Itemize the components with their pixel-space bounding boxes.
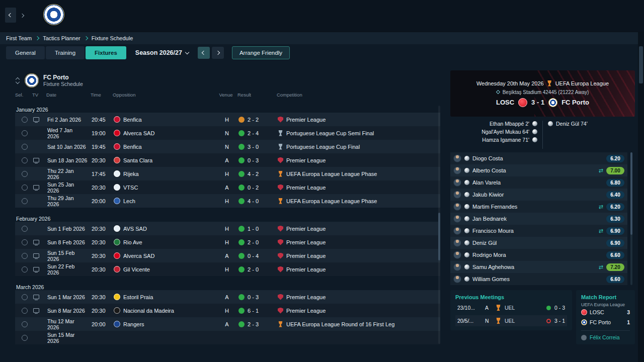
breadcrumb-separator-icon <box>84 36 88 40</box>
breadcrumb-item-first-team[interactable]: First Team <box>6 35 32 41</box>
breadcrumb-item-tactics-planner[interactable]: Tactics Planner <box>43 35 80 41</box>
breadcrumb-item-fixture-schedule[interactable]: Fixture Schedule <box>92 35 133 41</box>
select-fixture-radio[interactable] <box>22 294 28 300</box>
select-fixture-radio[interactable] <box>22 239 28 245</box>
fixture-row[interactable]: Sun 25 Jan 202620:30VTSCA0 - 2Premier Le… <box>15 180 440 194</box>
away-scorers: Deniz Gül 74' <box>543 121 635 149</box>
player-rating-row[interactable]: Diogo Costa6.20 <box>450 152 627 164</box>
column-header-tv[interactable]: TV <box>32 92 46 98</box>
next-season-button[interactable] <box>212 47 224 59</box>
select-fixture-radio[interactable] <box>22 226 28 232</box>
fixture-row[interactable]: Fri 2 Jan 202620:45BenficaH2 - 2Premier … <box>15 113 440 126</box>
previous-meeting-row[interactable]: 23/10...AUEL0 - 3 <box>455 302 567 313</box>
fixture-row[interactable]: Thu 29 Jan 202620:00LechH4 - 0UEFA Europ… <box>15 194 440 208</box>
fixture-row[interactable]: Sun 8 Feb 202620:30Rio AveH2 - 0Premier … <box>15 235 440 249</box>
select-fixture-radio[interactable] <box>22 253 28 259</box>
opposition-name: AVS SAD <box>123 226 147 232</box>
player-rating-row[interactable]: William Gomes6.60 <box>450 273 627 285</box>
section-nav <box>0 18 644 32</box>
tv-icon <box>33 308 39 313</box>
fixture-row[interactable]: Thu 12 Mar 202620:00RangersA2 - 3UEFA Eu… <box>15 317 440 331</box>
column-header-time[interactable]: Time <box>91 92 113 98</box>
opposition-name: Santa Clara <box>123 157 152 163</box>
fixture-row[interactable]: Sun 1 Mar 202620:30Estoril PraiaA0 - 3Pr… <box>15 290 440 304</box>
fixture-row[interactable]: Sun 22 Feb 202620:30Gil VicenteH2 - 0Pre… <box>15 262 440 276</box>
tab-general[interactable]: General <box>6 46 45 59</box>
select-fixture-radio[interactable] <box>22 321 28 327</box>
player-rating-row[interactable]: Rodrigo Mora6.60 <box>450 249 627 261</box>
select-fixture-radio[interactable] <box>22 198 28 204</box>
select-fixture-radio[interactable] <box>22 130 28 136</box>
arrange-friendly-button[interactable]: Arrange Friendly <box>232 46 290 59</box>
fixture-date: Thu 29 Jan 2026 <box>47 195 92 207</box>
player-rating-row[interactable]: Jakub Kiwior6.40 <box>450 189 627 201</box>
ratings-scrollbar[interactable] <box>630 152 632 285</box>
player-rating-row[interactable]: Alan Varela6.80 <box>450 176 627 189</box>
fixture-row[interactable]: Sun 18 Jan 202620:30Santa ClaraA0 - 3Pre… <box>15 153 440 167</box>
player-rating-row[interactable]: Martim Fernandes⇄6.20 <box>450 201 627 213</box>
page-scrollbar[interactable] <box>638 0 644 362</box>
scrollbar-thumb[interactable] <box>438 213 440 260</box>
forward-button[interactable] <box>18 11 26 20</box>
column-header-venue[interactable]: Venue <box>214 92 237 98</box>
match-reporter-link[interactable]: Félix Correia <box>581 330 630 340</box>
column-header-competition[interactable]: Competition <box>277 92 440 98</box>
scrollbar-thumb[interactable] <box>639 46 643 83</box>
season-selector[interactable]: Season 2026/27 <box>135 49 189 56</box>
select-fixture-radio[interactable] <box>22 266 28 273</box>
previous-season-button[interactable] <box>198 47 210 59</box>
opposition-name: Rangers <box>123 321 144 327</box>
scrollbar-thumb[interactable] <box>630 152 632 235</box>
tab-training[interactable]: Training <box>46 46 85 59</box>
competition-icon <box>278 226 283 232</box>
select-fixture-radio[interactable] <box>22 144 28 150</box>
fixture-row[interactable]: Sat 10 Jan 202619:45BenficaN3 - 0Portugu… <box>15 140 440 153</box>
select-fixture-radio[interactable] <box>22 117 28 123</box>
fixture-row[interactable]: Sun 15 Mar 2026 <box>15 331 440 344</box>
select-fixture-radio[interactable] <box>22 171 28 177</box>
player-rating-row[interactable]: Samu Aghehowa⇄7.20 <box>450 261 627 273</box>
previous-meeting-row[interactable]: 20/5/...NUEL3 - 1 <box>455 315 567 326</box>
opposition-name: Lech <box>123 198 135 204</box>
column-header-result[interactable]: Result <box>237 92 277 98</box>
opposition-crest <box>114 266 120 273</box>
result-indicator <box>238 171 245 177</box>
result-indicator <box>238 117 245 123</box>
select-fixture-radio[interactable] <box>22 308 28 314</box>
football-icon <box>464 168 469 173</box>
match-date: Wednesday 20th May 2026 <box>476 80 544 86</box>
rating-badge: 7.00 <box>606 167 624 174</box>
player-rating-row[interactable]: Alberto Costa⇄7.00 <box>450 164 627 176</box>
player-avatar <box>453 178 461 187</box>
fixture-row[interactable]: Sun 8 Mar 202620:30Nacional da MadeiraH6… <box>15 304 440 317</box>
select-fixture-radio[interactable] <box>22 335 28 341</box>
player-name: Rodrigo Mora <box>472 252 603 258</box>
result-score: 2 - 0 <box>248 239 259 245</box>
fixture-date: Thu 12 Mar 2026 <box>47 318 92 330</box>
player-rating-row[interactable]: Francisco Moura⇄6.90 <box>450 225 627 237</box>
column-header-opposition[interactable]: Opposition <box>113 92 214 98</box>
fixture-row[interactable]: Sun 15 Feb 202620:30Alverca SADA0 - 4Pre… <box>15 249 440 262</box>
panel-collapse-control[interactable] <box>15 78 20 83</box>
competition-name: Premier League <box>286 239 326 245</box>
venue: N <box>215 130 238 136</box>
select-fixture-radio[interactable] <box>22 157 28 163</box>
fixture-row[interactable]: Thu 22 Jan 202617:45RijekaH4 - 2UEFA Eur… <box>15 167 440 180</box>
fixture-row[interactable]: Sun 1 Feb 202620:30AVS SADH1 - 0Premier … <box>15 222 440 235</box>
player-name: Jan Bednarek <box>472 216 603 222</box>
team-crest <box>581 309 587 315</box>
previous-meetings-title: Previous Meetings <box>455 294 567 300</box>
player-rating-row[interactable]: Deniz Gül6.90 <box>450 237 627 249</box>
fixture-row[interactable]: Wed 7 Jan 202619:00Alverca SADN2 - 4Port… <box>15 126 440 140</box>
column-header-sel-[interactable]: Sel. <box>15 92 32 98</box>
competition-icon <box>278 117 283 123</box>
result-indicator <box>238 294 245 300</box>
column-header-date[interactable]: Date <box>46 92 91 98</box>
select-fixture-radio[interactable] <box>22 185 28 191</box>
back-button[interactable] <box>5 8 16 23</box>
tab-fixtures[interactable]: Fixtures <box>86 46 126 59</box>
result-indicator <box>546 319 551 323</box>
player-rating-row[interactable]: Jan Bednarek6.30 <box>450 213 627 225</box>
match-header-card[interactable]: Wednesday 20th May 2026 UEFA Europa Leag… <box>450 70 635 117</box>
fixture-scrollbar[interactable] <box>438 106 440 344</box>
